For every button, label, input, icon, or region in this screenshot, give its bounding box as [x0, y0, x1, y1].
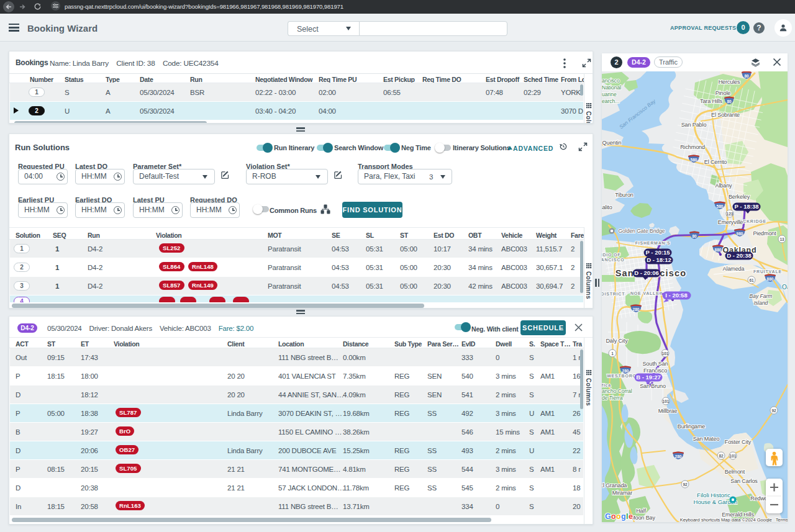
svg-text:80: 80	[692, 234, 697, 238]
svg-text:T DISTRICT: T DISTRICT	[602, 292, 625, 296]
svg-text:Burlingame: Burlingame	[678, 423, 706, 430]
svg-text:e: e	[629, 512, 633, 521]
svg-text:Daly City: Daly City	[606, 338, 628, 344]
svg-text:Belmont: Belmont	[725, 469, 745, 475]
svg-text:earch...: earch...	[602, 98, 619, 104]
svg-text:Francisco: Francisco	[643, 367, 667, 374]
svg-text:Tara Hills: Tara Hills	[700, 98, 723, 104]
svg-text:Keyboard shortcuts: Keyboard shortcuts	[680, 517, 720, 522]
svg-text:880: 880	[767, 277, 774, 281]
svg-text:San Pablo: San Pablo	[681, 122, 707, 128]
svg-text:Miramar: Miramar	[612, 490, 632, 496]
svg-text:101: 101	[663, 399, 670, 404]
svg-text:FISHERMAN'S: FISHERMAN'S	[635, 241, 671, 245]
svg-text:Foster City: Foster City	[725, 439, 752, 445]
svg-text:61: 61	[749, 278, 754, 282]
svg-text:D - 18:12: D - 18:12	[647, 256, 671, 263]
svg-text:Golden Gate Bridge: Golden Gate Bridge	[618, 228, 665, 234]
svg-text:Emeryville: Emeryville	[718, 219, 743, 225]
svg-text:980: 980	[737, 232, 743, 236]
svg-text:l: l	[626, 512, 628, 521]
svg-text:Richmond: Richmond	[680, 144, 705, 150]
svg-text:13: 13	[779, 237, 784, 241]
svg-text:D - 20:38: D - 20:38	[727, 252, 752, 259]
svg-text:WESTBORO: WESTBORO	[607, 374, 637, 378]
svg-text:FRUITVALE: FRUITVALE	[753, 269, 782, 274]
svg-text:101: 101	[730, 454, 737, 458]
svg-text:280: 280	[622, 369, 629, 373]
svg-text:Filoli Historic: Filoli Historic	[697, 492, 730, 498]
svg-text:92: 92	[683, 482, 688, 487]
svg-text:Piedmont: Piedmont	[753, 230, 776, 237]
svg-text:Albany: Albany	[716, 183, 733, 189]
svg-text:San Mateo: San Mateo	[693, 436, 720, 442]
svg-text:Half: Half	[636, 508, 646, 514]
svg-text:92: 92	[771, 408, 776, 413]
svg-text:P - 18:38: P - 18:38	[735, 203, 759, 210]
svg-text:San Bruno: San Bruno	[640, 383, 666, 389]
svg-text:123: 123	[727, 212, 734, 216]
svg-text:ifica: ifica	[602, 383, 611, 387]
svg-text:g: g	[621, 512, 626, 521]
svg-text:ancho Corral: ancho Corral	[602, 388, 632, 394]
svg-text:o: o	[611, 512, 616, 521]
svg-text:Hercules: Hercules	[719, 79, 740, 85]
svg-text:NOE VALLEY: NOE VALLEY	[630, 291, 663, 295]
svg-text:880: 880	[715, 248, 722, 252]
svg-text:usalito: usalito	[602, 204, 612, 210]
svg-text:101: 101	[662, 351, 669, 356]
svg-text:G: G	[605, 512, 611, 521]
svg-text:P - 20:15: P - 20:15	[646, 249, 671, 256]
svg-text:82: 82	[719, 454, 724, 458]
svg-text:de Tierra: de Tierra	[602, 395, 623, 401]
svg-text:80: 80	[727, 99, 732, 104]
svg-text:Alameda: Alameda	[723, 266, 745, 272]
svg-text:Bay Farm: Bay Farm	[750, 293, 773, 299]
svg-text:Island: Island	[754, 300, 768, 306]
svg-text:Map data ©2024 Google: Map data ©2024 Google	[721, 517, 772, 522]
svg-text:Millbrae: Millbrae	[658, 408, 678, 414]
svg-text:Berkeley: Berkeley	[729, 194, 750, 200]
svg-text:580: 580	[717, 204, 724, 209]
svg-text:uarine: uarine	[602, 91, 617, 97]
svg-text:1: 1	[611, 351, 614, 356]
svg-text:280: 280	[633, 307, 640, 312]
svg-text:D - 20:06: D - 20:06	[634, 269, 659, 276]
svg-text:National: National	[602, 84, 621, 91]
svg-text:B - 19:27: B - 19:27	[636, 374, 661, 381]
svg-text:El Cerrito: El Cerrito	[704, 159, 727, 165]
svg-text:South San: South San	[642, 361, 668, 367]
svg-text:Pinole: Pinole	[716, 90, 731, 96]
svg-text:Tiburon: Tiburon	[615, 192, 634, 198]
svg-text:Terms: Terms	[776, 517, 788, 522]
svg-text:580: 580	[691, 158, 697, 162]
svg-text:Redwo: Redwo	[750, 495, 768, 502]
svg-text:o: o	[616, 512, 621, 521]
svg-text:ancisco: ancisco	[602, 78, 620, 84]
svg-text:Oal: Oal	[782, 284, 788, 291]
svg-text:Moon Bay: Moon Bay	[630, 515, 655, 521]
svg-text:280: 280	[675, 454, 682, 459]
svg-text:ESIDIO OF: ESIDIO OF	[602, 253, 620, 257]
svg-text:San Carlos: San Carlos	[730, 478, 758, 484]
svg-text:Quentin: Quentin	[602, 140, 622, 146]
svg-text:El Granada: El Granada	[602, 482, 627, 489]
svg-text:I - 20:58: I - 20:58	[665, 292, 687, 299]
svg-text:FRANCISCO: FRANCISCO	[602, 258, 624, 262]
svg-text:El Sobrante: El Sobrante	[711, 112, 740, 118]
svg-text:80: 80	[744, 74, 749, 78]
